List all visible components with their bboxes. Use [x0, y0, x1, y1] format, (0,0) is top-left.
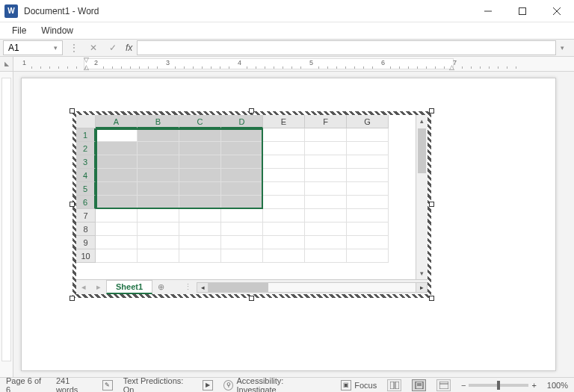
column-header[interactable]: B	[138, 115, 179, 128]
cell[interactable]	[179, 128, 221, 142]
formula-input[interactable]	[137, 40, 556, 55]
cell[interactable]	[347, 169, 389, 182]
cell[interactable]	[179, 236, 221, 249]
column-header[interactable]: E	[263, 115, 305, 128]
cell[interactable]	[96, 182, 138, 196]
vertical-ruler[interactable]	[0, 72, 13, 377]
cell[interactable]	[263, 209, 305, 223]
cell[interactable]	[263, 196, 305, 209]
resize-handle-s[interactable]	[249, 296, 254, 301]
formula-expand-icon[interactable]: ▾	[561, 44, 571, 52]
resize-handle-nw[interactable]	[70, 108, 75, 113]
resize-handle-sw[interactable]	[70, 296, 75, 301]
cell[interactable]	[263, 236, 305, 249]
row-header[interactable]: 7	[76, 209, 96, 223]
cell[interactable]	[347, 249, 389, 263]
cell[interactable]	[179, 142, 221, 155]
row-header[interactable]: 3	[76, 155, 96, 169]
status-word-count[interactable]: 241 words	[56, 376, 92, 393]
row-header[interactable]: 6	[76, 196, 96, 209]
cell[interactable]	[221, 182, 263, 196]
menu-file[interactable]: File	[4, 24, 34, 37]
cell[interactable]	[221, 196, 263, 209]
cell[interactable]	[96, 169, 138, 182]
cell[interactable]	[305, 196, 347, 209]
cell[interactable]	[96, 236, 138, 249]
embedded-spreadsheet-object[interactable]: ABCDEFG12345678910 ▴ ▾ ◂ ▸ Sheet1 ⊕	[72, 111, 431, 298]
cell[interactable]	[263, 169, 305, 182]
cell[interactable]	[347, 142, 389, 155]
column-header[interactable]: F	[305, 115, 347, 128]
cell[interactable]	[138, 142, 179, 155]
zoom-knob[interactable]	[497, 381, 500, 390]
status-accessibility[interactable]: ⚲Accessibility: Investigate	[223, 376, 320, 393]
cell[interactable]	[305, 236, 347, 249]
horizontal-ruler[interactable]: ◣ ▽ △ △ 1234567	[0, 57, 574, 72]
cell[interactable]	[179, 182, 221, 196]
cell[interactable]	[179, 196, 221, 209]
cell[interactable]	[96, 249, 138, 263]
cell[interactable]	[305, 182, 347, 196]
cell[interactable]	[138, 196, 179, 209]
cancel-formula-icon[interactable]: ✕	[85, 40, 102, 55]
status-macro[interactable]: ▶	[203, 380, 213, 391]
row-header[interactable]: 5	[76, 182, 96, 196]
row-header[interactable]: 2	[76, 142, 96, 155]
status-page[interactable]: Page 6 of 6	[6, 376, 46, 393]
scroll-up-icon[interactable]: ▴	[416, 115, 428, 127]
cell[interactable]	[347, 223, 389, 236]
cell[interactable]	[221, 223, 263, 236]
hscroll-thumb[interactable]	[209, 283, 268, 292]
cell[interactable]	[347, 209, 389, 223]
spreadsheet-vertical-scrollbar[interactable]: ▴ ▾	[416, 115, 428, 279]
cell[interactable]	[305, 209, 347, 223]
accept-formula-icon[interactable]: ✓	[105, 40, 121, 55]
menu-window[interactable]: Window	[34, 24, 81, 37]
scroll-left-icon[interactable]: ◂	[197, 282, 209, 293]
cell[interactable]	[179, 249, 221, 263]
cell[interactable]	[221, 236, 263, 249]
focus-mode-button[interactable]: ▣Focus	[341, 380, 377, 391]
cell[interactable]	[179, 209, 221, 223]
cell[interactable]	[347, 128, 389, 142]
cell[interactable]	[221, 249, 263, 263]
cell[interactable]	[96, 223, 138, 236]
cell[interactable]	[263, 223, 305, 236]
column-header[interactable]: A	[96, 115, 138, 128]
web-layout-button[interactable]	[436, 379, 451, 391]
resize-handle-e[interactable]	[429, 202, 434, 207]
row-header[interactable]: 8	[76, 223, 96, 236]
cell[interactable]	[347, 155, 389, 169]
name-box[interactable]: A1 ▾	[3, 40, 63, 55]
cell[interactable]	[305, 128, 347, 142]
cell[interactable]	[305, 142, 347, 155]
cell[interactable]	[179, 169, 221, 182]
cell[interactable]	[263, 249, 305, 263]
cell[interactable]	[305, 223, 347, 236]
cell[interactable]	[221, 209, 263, 223]
cell[interactable]	[347, 236, 389, 249]
cell[interactable]	[347, 196, 389, 209]
row-header[interactable]: 4	[76, 169, 96, 182]
resize-handle-se[interactable]	[429, 296, 434, 301]
cell[interactable]	[96, 142, 138, 155]
column-header[interactable]: C	[179, 115, 221, 128]
cell[interactable]	[179, 155, 221, 169]
tab-nav-next-icon[interactable]: ▸	[91, 282, 106, 292]
tab-nav-prev-icon[interactable]: ◂	[76, 282, 91, 292]
cell[interactable]	[96, 209, 138, 223]
cell[interactable]	[263, 142, 305, 155]
row-header[interactable]: 10	[76, 249, 96, 263]
column-header[interactable]: G	[347, 115, 389, 128]
cell[interactable]	[138, 236, 179, 249]
zoom-control[interactable]: − +	[461, 381, 537, 390]
scroll-right-icon[interactable]: ▸	[416, 282, 428, 293]
cell[interactable]	[138, 182, 179, 196]
fx-label[interactable]: fx	[126, 43, 132, 53]
cell[interactable]	[138, 249, 179, 263]
cell[interactable]	[305, 155, 347, 169]
formula-dropdown-icon[interactable]: ⋮	[66, 40, 82, 55]
cell[interactable]	[138, 128, 179, 142]
cell[interactable]	[347, 182, 389, 196]
hscroll-grip-icon[interactable]: ⋮	[184, 282, 192, 292]
